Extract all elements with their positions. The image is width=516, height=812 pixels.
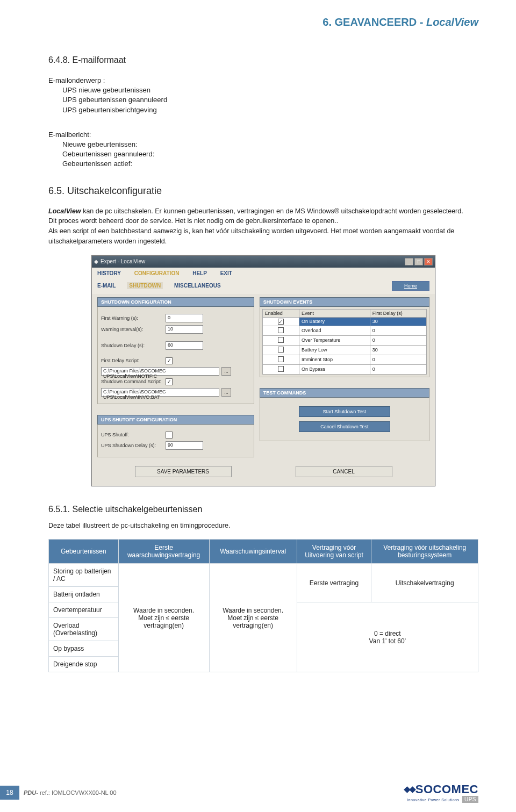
chapter-title-italic: LocalView [426,16,478,28]
table-row: Battery Low30 [262,345,426,355]
event-name[interactable]: Over Temperature [299,335,370,345]
event-checkbox[interactable] [278,366,284,372]
event-name[interactable]: Imminent Stop [299,355,370,364]
save-parameters-button[interactable]: SAVE PARAMETERS [135,466,232,477]
cancel-shutdown-test-button[interactable]: Cancel Shutdown Test [299,421,390,432]
home-button[interactable]: Home [392,281,429,291]
event-delay[interactable]: 0 [370,355,426,364]
minimize-button[interactable]: _ [405,258,413,265]
ups-shutdown-delay-input[interactable]: 90 [166,441,203,450]
menu-help[interactable]: HELP [192,270,207,276]
col-event: Event [299,309,370,317]
event-delay[interactable]: 0 [370,364,426,374]
menu-history[interactable]: HISTORY [97,270,121,276]
menu-configuration[interactable]: CONFIGURATION [134,270,180,276]
section-65-title: 6.5. Uitschakelconfiguratie [48,185,478,197]
menu-exit[interactable]: EXIT [220,270,232,276]
titlebar: ◆ Expert - LocalView _ □ ✕ [92,256,435,268]
event-checkbox[interactable] [278,356,284,362]
th-events: Gebeurtenissen [49,540,119,564]
first-warning-label: First Warning (s): [101,315,166,321]
section-651-title: 6.5.1. Selectie uitschakelgebeurtenissen [48,505,478,514]
menubar: HISTORY CONFIGURATION HELP EXIT [92,268,435,279]
submenu-email[interactable]: E-MAIL [97,283,116,289]
event-cell: Storing op batterijen / AC [49,564,119,587]
footer-pdu: PDU [24,789,36,796]
browse-button[interactable]: ... [221,367,231,376]
start-shutdown-test-button[interactable]: Start Shutdown Test [299,406,390,417]
ups-shutoff-label: UPS Shutoff: [101,432,166,437]
browse-button[interactable]: ... [221,388,231,397]
page-number: 18 [0,786,19,800]
cancel-button[interactable]: CANCEL [296,466,392,477]
email-message-label: E-mailbericht: [48,130,478,140]
brand-logo: SOCOMEC Innovative Power Solutions UPS [405,782,478,802]
first-warning-input[interactable]: 0 [166,314,203,322]
page-footer: 18 PDU - ref.: IOMLOCVWXX00-NL 00 SOCOME… [0,782,516,802]
chapter-heading: 6. GEAVANCEERD - LocalView [48,0,478,55]
table-row: Imminent Stop0 [262,355,426,364]
event-checkbox[interactable] [278,337,284,343]
event-checkbox[interactable]: ✓ [278,319,284,325]
event-delay[interactable]: 0 [370,335,426,345]
panel-ups-shutoff: UPS SHUTOFF CONFIGURATION [97,415,254,425]
event-cell: Op bypass [49,641,119,657]
th-script-delay: Vertraging vóór Uitvoering van script [297,540,371,564]
msg-item: Gebeurtenissen actief: [62,159,478,169]
shutdown-delay-input[interactable]: 60 [166,341,203,350]
subj-item: UPS gebeurtenissen geannuleerd [62,95,478,105]
event-name[interactable]: Overload [299,326,370,335]
submenu-shutdown[interactable]: SHUTDOWN [127,282,163,289]
section-651-intro: Deze tabel illustreert de pc-uitschakeli… [48,521,478,531]
app-icon: ◆ [94,258,98,264]
shutdown-cmd-script-checkbox[interactable]: ✓ [166,378,173,385]
msg-item: Nieuwe gebeurtenissen: [62,140,478,149]
event-name[interactable]: Battery Low [299,345,370,355]
table-row: Overload0 [262,326,426,335]
brand-name: SOCOMEC [415,782,478,796]
th-warning-interval: Waarschuwingsinterval [209,540,297,564]
event-name[interactable]: On Battery [299,317,370,326]
first-delay-script-path[interactable]: C:\Program Files\SOCOMEC UPS\LocalView\N… [101,367,219,376]
subj-item: UPS nieuwe gebeurtenissen [62,85,478,95]
email-subject-block: E-mailonderwerp : UPS nieuwe gebeurtenis… [48,76,478,115]
table-row: Over Temperature0 [262,335,426,345]
event-delay[interactable]: 0 [370,326,426,335]
shutdown-delay-label: Shutdown Delay (s): [101,343,166,348]
panel-test-commands: TEST COMMANDS [260,388,429,398]
timing-table: Gebeurtenissen Eerste waarschuwingsvertr… [48,539,478,672]
window-title: Expert - LocalView [101,258,145,264]
warning-interval-input[interactable]: 10 [166,325,203,334]
event-name[interactable]: On Bypass [299,364,370,374]
localview-lead: LocalView [48,207,81,215]
col-first-delay: First Delay (s) [370,309,426,317]
email-message-block: E-mailbericht: Nieuwe gebeurtenissen: Ge… [48,130,478,169]
submenubar: E-MAIL SHUTDOWN MISCELLANEOUS Home [92,279,435,294]
ups-shutoff-checkbox[interactable] [166,432,173,439]
shutdown-cmd-script-path[interactable]: C:\Program Files\SOCOMEC UPS\LocalView\I… [101,388,219,397]
close-button[interactable]: ✕ [424,258,433,265]
event-cell: Batterij ontladen [49,587,119,602]
event-delay[interactable]: 30 [370,345,426,355]
event-delay[interactable]: 30 [370,317,426,326]
chapter-num: 6. [322,16,332,28]
c2-cell: Waarde in seconden. Moet zijn ≤ eerste v… [118,564,209,672]
table-row: On Bypass0 [262,364,426,374]
c5a-cell: Uitschakelvertraging [371,564,478,602]
table-row: ✓On Battery30 [262,317,426,326]
th-os-delay: Vertraging vóór uitschakeling besturings… [371,540,478,564]
c4a-cell: Eerste vertraging [297,564,371,602]
events-table: Enabled Event First Delay (s) ✓On Batter… [262,309,427,375]
event-cell: Dreigende stop [49,657,119,672]
maximize-button[interactable]: □ [414,258,423,265]
c4b-cell: 0 = direct Van 1' tot 60' [297,602,478,672]
first-delay-script-checkbox[interactable]: ✓ [166,357,173,364]
chapter-title: GEAVANCEERD - [335,16,426,28]
submenu-misc[interactable]: MISCELLANEOUS [174,283,221,289]
event-cell: Overload (Overbelasting) [49,618,119,641]
first-delay-script-label: First Delay Script: [101,358,166,363]
event-checkbox[interactable] [278,327,284,333]
th-first-warning: Eerste waarschuwingsvertraging [118,540,209,564]
shutdown-cmd-script-label: Shutdown Command Script: [101,379,166,384]
event-checkbox[interactable] [278,347,284,353]
